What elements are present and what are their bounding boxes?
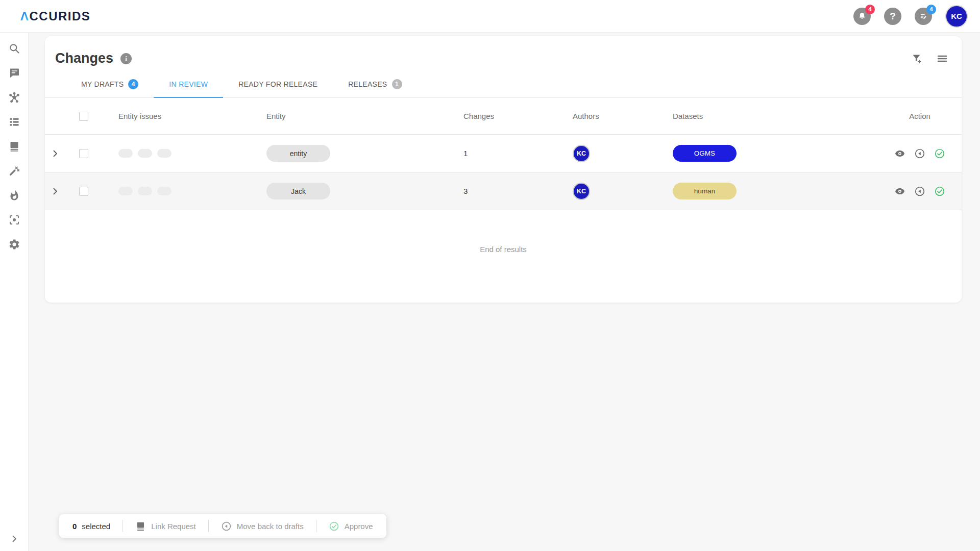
expand-row-chevron-icon[interactable] bbox=[50, 186, 60, 196]
tab-label: IN REVIEW bbox=[169, 80, 208, 88]
add-filter-button[interactable] bbox=[911, 53, 923, 65]
entity-issues-placeholders bbox=[118, 149, 172, 158]
tab-releases[interactable]: RELEASES 1 bbox=[333, 71, 417, 98]
dataset-pill[interactable]: human bbox=[673, 183, 737, 199]
filter-plus-icon bbox=[911, 53, 923, 65]
selection-action-bar: 0 selected Link Request Move back to dra… bbox=[59, 514, 386, 538]
issue-placeholder-pill bbox=[138, 149, 152, 158]
tab-releases-badge: 1 bbox=[392, 79, 402, 89]
check-circle-icon bbox=[934, 148, 945, 159]
check-circle-icon bbox=[934, 186, 945, 197]
topbar-actions: 4 ? 4 KC bbox=[853, 5, 968, 28]
table-header-row: Entity issues Entity Changes Authors Dat… bbox=[45, 98, 962, 135]
table-row: Jack 3 KC human bbox=[45, 172, 962, 210]
column-header-changes: Changes bbox=[454, 112, 561, 120]
entity-pill[interactable]: Jack bbox=[266, 183, 330, 199]
changes-card: Changes i MY DRAFTS 4 IN REVIEW READY bbox=[45, 36, 962, 303]
change-requests-button[interactable]: 4 bbox=[915, 8, 932, 25]
move-back-to-drafts-button[interactable]: Move back to drafts bbox=[221, 521, 304, 532]
sidebar-expand-chevron-icon[interactable] bbox=[9, 534, 19, 544]
settings-icon[interactable] bbox=[8, 238, 20, 251]
selected-label: selected bbox=[82, 522, 110, 531]
notifications-badge: 4 bbox=[865, 5, 875, 14]
approve-label: Approve bbox=[345, 522, 373, 531]
logo-accent-glyph: Λ bbox=[20, 9, 30, 23]
preview-button[interactable] bbox=[894, 186, 905, 197]
circle-back-arrow-icon bbox=[914, 186, 925, 197]
approve-button[interactable]: Approve bbox=[329, 521, 373, 532]
sidebar bbox=[0, 33, 29, 551]
approve-row-button[interactable] bbox=[934, 186, 945, 197]
logo-text: CCURIDS bbox=[30, 9, 91, 23]
approve-row-button[interactable] bbox=[934, 148, 945, 159]
comments-icon[interactable] bbox=[8, 67, 20, 79]
row-checkbox[interactable] bbox=[79, 187, 88, 196]
book-icon bbox=[135, 521, 146, 532]
check-circle-icon bbox=[329, 521, 339, 532]
circle-back-arrow-icon bbox=[221, 521, 232, 532]
column-header-authors: Authors bbox=[561, 112, 664, 120]
select-all-checkbox[interactable] bbox=[79, 112, 88, 121]
move-back-label: Move back to drafts bbox=[237, 522, 304, 531]
accurids-logo[interactable]: ΛCCURIDS bbox=[20, 9, 90, 23]
focus-icon[interactable] bbox=[8, 214, 20, 226]
column-header-datasets: Datasets bbox=[664, 112, 878, 120]
link-request-label: Link Request bbox=[151, 522, 196, 531]
tab-my-drafts-badge: 4 bbox=[128, 79, 138, 89]
search-icon[interactable] bbox=[8, 42, 20, 55]
entity-pill[interactable]: entity bbox=[266, 145, 330, 162]
wand-icon[interactable] bbox=[8, 165, 20, 177]
issue-placeholder-pill bbox=[157, 149, 172, 158]
tab-label: READY FOR RELEASE bbox=[238, 80, 317, 88]
author-avatar[interactable]: KC bbox=[573, 183, 590, 200]
column-header-action: Action bbox=[878, 112, 962, 120]
edit-list-icon bbox=[919, 12, 928, 21]
divider bbox=[208, 520, 209, 532]
move-back-button[interactable] bbox=[914, 186, 925, 197]
flame-icon[interactable] bbox=[8, 189, 20, 202]
divider bbox=[316, 520, 316, 532]
question-mark-icon: ? bbox=[890, 11, 896, 22]
notifications-button[interactable]: 4 bbox=[853, 8, 871, 25]
expand-row-chevron-icon[interactable] bbox=[50, 148, 60, 159]
topbar: ΛCCURIDS 4 ? 4 KC bbox=[0, 0, 980, 33]
help-button[interactable]: ? bbox=[884, 8, 901, 25]
issue-placeholder-pill bbox=[138, 187, 152, 195]
issue-placeholder-pill bbox=[157, 187, 172, 195]
issue-placeholder-pill bbox=[118, 149, 133, 158]
card-header: Changes i bbox=[45, 36, 962, 66]
end-of-results-text: End of results bbox=[45, 210, 962, 254]
link-request-button[interactable]: Link Request bbox=[135, 521, 196, 532]
entity-issues-placeholders bbox=[118, 187, 172, 195]
table-menu-button[interactable] bbox=[936, 53, 948, 65]
circle-back-arrow-icon bbox=[914, 148, 925, 159]
graph-icon[interactable] bbox=[8, 91, 20, 104]
tab-ready-for-release[interactable]: READY FOR RELEASE bbox=[223, 71, 333, 98]
selected-count: 0 bbox=[72, 522, 77, 531]
dataset-pill[interactable]: OGMS bbox=[673, 145, 737, 162]
tab-in-review[interactable]: IN REVIEW bbox=[154, 71, 223, 98]
tab-label: RELEASES bbox=[348, 80, 387, 88]
tab-my-drafts[interactable]: MY DRAFTS 4 bbox=[66, 71, 154, 98]
eye-icon bbox=[894, 148, 905, 159]
eye-icon bbox=[894, 186, 905, 197]
datasets-icon[interactable] bbox=[8, 140, 20, 153]
column-header-entity: Entity bbox=[260, 112, 454, 120]
info-icon[interactable]: i bbox=[120, 53, 132, 64]
hamburger-menu-icon bbox=[936, 53, 948, 65]
move-back-button[interactable] bbox=[914, 148, 925, 159]
list-icon[interactable] bbox=[8, 116, 20, 128]
tab-label: MY DRAFTS bbox=[81, 80, 124, 88]
bell-icon bbox=[857, 12, 867, 21]
user-avatar[interactable]: KC bbox=[945, 5, 968, 28]
changes-count: 3 bbox=[454, 187, 561, 195]
divider bbox=[122, 520, 123, 532]
column-header-entity-issues: Entity issues bbox=[102, 112, 260, 120]
requests-badge: 4 bbox=[926, 5, 936, 14]
preview-button[interactable] bbox=[894, 148, 905, 159]
selected-counter: 0 selected bbox=[72, 522, 110, 531]
issue-placeholder-pill bbox=[118, 187, 133, 195]
row-checkbox[interactable] bbox=[79, 149, 88, 158]
author-avatar[interactable]: KC bbox=[573, 145, 590, 162]
tab-bar: MY DRAFTS 4 IN REVIEW READY FOR RELEASE … bbox=[45, 71, 962, 98]
